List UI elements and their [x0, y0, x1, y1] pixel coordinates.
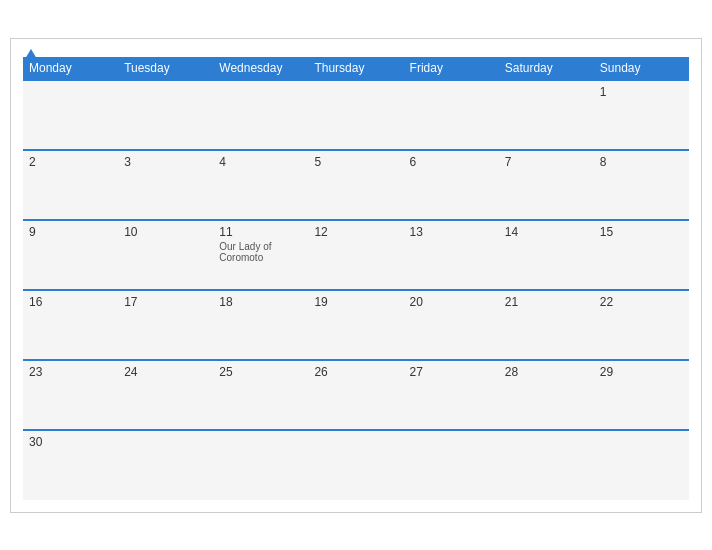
- day-number: 17: [124, 295, 207, 309]
- logo-triangle-icon: [25, 49, 37, 59]
- weekday-header-tuesday: Tuesday: [118, 57, 213, 80]
- calendar-table: MondayTuesdayWednesdayThursdayFridaySatu…: [23, 57, 689, 500]
- day-number: 29: [600, 365, 683, 379]
- day-number: 24: [124, 365, 207, 379]
- day-number: 3: [124, 155, 207, 169]
- calendar-cell: 17: [118, 290, 213, 360]
- calendar-cell: 1: [594, 80, 689, 150]
- logo: [23, 49, 39, 59]
- day-number: 13: [410, 225, 493, 239]
- day-number: 5: [314, 155, 397, 169]
- calendar-cell: 30: [23, 430, 118, 500]
- calendar-cell: 22: [594, 290, 689, 360]
- calendar-cell: 27: [404, 360, 499, 430]
- calendar-cell: 20: [404, 290, 499, 360]
- calendar-cell: 11Our Lady of Coromoto: [213, 220, 308, 290]
- calendar-cell: 24: [118, 360, 213, 430]
- calendar-cell: [308, 430, 403, 500]
- event-label: Our Lady of Coromoto: [219, 241, 302, 263]
- calendar-cell: 18: [213, 290, 308, 360]
- calendar-cell: [213, 80, 308, 150]
- calendar-cell: 5: [308, 150, 403, 220]
- calendar-cell: [499, 430, 594, 500]
- day-number: 12: [314, 225, 397, 239]
- day-number: 30: [29, 435, 112, 449]
- day-number: 1: [600, 85, 683, 99]
- calendar-cell: 23: [23, 360, 118, 430]
- day-number: 8: [600, 155, 683, 169]
- day-number: 20: [410, 295, 493, 309]
- week-row-4: 16171819202122: [23, 290, 689, 360]
- day-number: 9: [29, 225, 112, 239]
- day-number: 6: [410, 155, 493, 169]
- weekday-header-row: MondayTuesdayWednesdayThursdayFridaySatu…: [23, 57, 689, 80]
- calendar-cell: [594, 430, 689, 500]
- calendar-cell: [404, 80, 499, 150]
- calendar-cell: [499, 80, 594, 150]
- day-number: 23: [29, 365, 112, 379]
- calendar-cell: [308, 80, 403, 150]
- calendar-cell: 19: [308, 290, 403, 360]
- calendar-cell: 6: [404, 150, 499, 220]
- calendar-cell: 16: [23, 290, 118, 360]
- calendar-cell: 14: [499, 220, 594, 290]
- weekday-header-thursday: Thursday: [308, 57, 403, 80]
- weekday-header-monday: Monday: [23, 57, 118, 80]
- week-row-3: 91011Our Lady of Coromoto12131415: [23, 220, 689, 290]
- calendar-cell: [118, 430, 213, 500]
- calendar-cell: 25: [213, 360, 308, 430]
- day-number: 15: [600, 225, 683, 239]
- weekday-header-saturday: Saturday: [499, 57, 594, 80]
- calendar-cell: 4: [213, 150, 308, 220]
- day-number: 10: [124, 225, 207, 239]
- day-number: 2: [29, 155, 112, 169]
- day-number: 18: [219, 295, 302, 309]
- day-number: 22: [600, 295, 683, 309]
- week-row-1: 1: [23, 80, 689, 150]
- calendar-cell: 12: [308, 220, 403, 290]
- day-number: 16: [29, 295, 112, 309]
- calendar-container: MondayTuesdayWednesdayThursdayFridaySatu…: [10, 38, 702, 513]
- week-row-2: 2345678: [23, 150, 689, 220]
- calendar-cell: 2: [23, 150, 118, 220]
- day-number: 11: [219, 225, 302, 239]
- calendar-cell: 26: [308, 360, 403, 430]
- calendar-cell: 13: [404, 220, 499, 290]
- day-number: 27: [410, 365, 493, 379]
- calendar-cell: 28: [499, 360, 594, 430]
- calendar-cell: 21: [499, 290, 594, 360]
- day-number: 14: [505, 225, 588, 239]
- calendar-cell: 15: [594, 220, 689, 290]
- calendar-cell: 10: [118, 220, 213, 290]
- weekday-header-sunday: Sunday: [594, 57, 689, 80]
- day-number: 19: [314, 295, 397, 309]
- day-number: 26: [314, 365, 397, 379]
- day-number: 25: [219, 365, 302, 379]
- calendar-cell: 9: [23, 220, 118, 290]
- calendar-cell: [213, 430, 308, 500]
- week-row-6: 30: [23, 430, 689, 500]
- day-number: 7: [505, 155, 588, 169]
- weekday-header-friday: Friday: [404, 57, 499, 80]
- calendar-cell: 7: [499, 150, 594, 220]
- day-number: 21: [505, 295, 588, 309]
- calendar-cell: [118, 80, 213, 150]
- calendar-cell: 8: [594, 150, 689, 220]
- week-row-5: 23242526272829: [23, 360, 689, 430]
- calendar-cell: 29: [594, 360, 689, 430]
- day-number: 28: [505, 365, 588, 379]
- day-number: 4: [219, 155, 302, 169]
- calendar-cell: 3: [118, 150, 213, 220]
- weekday-header-wednesday: Wednesday: [213, 57, 308, 80]
- calendar-cell: [404, 430, 499, 500]
- calendar-cell: [23, 80, 118, 150]
